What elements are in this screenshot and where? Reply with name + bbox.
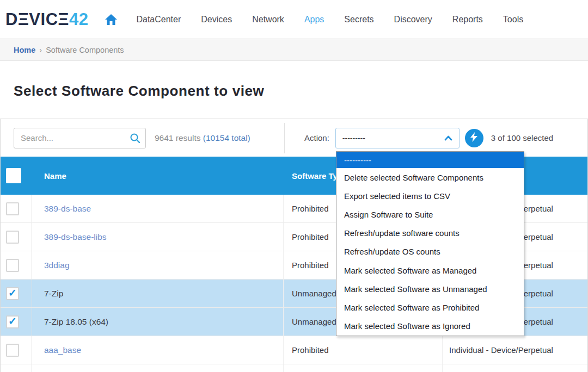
software-name-link[interactable]: 389-ds-base [44,204,91,214]
nav-item-devices[interactable]: Devices [201,15,232,24]
row-checkbox[interactable] [6,344,19,357]
menu-item-mark-managed[interactable]: Mark selected Software as Managed [336,261,524,280]
chevron-up-icon [444,133,452,143]
lightning-bolt-icon [470,132,477,144]
menu-item-refresh-software-counts[interactable]: Refresh/update software counts [336,224,524,243]
software-name-link[interactable]: 7-Zip [44,289,63,299]
selection-status: 3 of 100 selected [491,133,553,142]
action-dropdown-menu: ---------- Delete selected Software Comp… [336,151,524,336]
row-checkbox[interactable] [6,202,19,215]
menu-item-refresh-os-counts[interactable]: Refresh/update OS counts [336,243,524,261]
software-type-value: Unmanaged [292,317,336,326]
menu-item-export-csv[interactable]: Export selected items to CSV [336,187,524,205]
search-icon[interactable] [130,133,140,146]
license-value: Individual - Device/Perpetual [449,345,553,355]
results-text: 9641 results [155,133,203,142]
row-checkbox-checked[interactable]: ✓ [6,287,19,300]
search-input[interactable] [14,128,146,148]
results-total-text: (10154 total) [203,133,250,142]
nav-item-network[interactable]: Network [252,15,284,24]
column-header-name[interactable]: Name [32,171,284,181]
checkmark-icon: ✓ [8,316,17,326]
home-icon[interactable] [105,14,118,26]
software-name-link[interactable]: 389-ds-base-libs [44,232,107,242]
menu-item-mark-prohibited[interactable]: Mark selected Software as Prohibited [336,298,524,317]
page-title: Select Software Component to view [14,83,588,100]
app-window: DΞVICΞ42 DataCenter Devices Network Apps… [0,0,588,372]
menu-item-mark-ignored[interactable]: Mark selected Software as Ignored [336,317,524,336]
action-selected-value: --------- [342,134,444,142]
top-nav: DΞVICΞ42 DataCenter Devices Network Apps… [0,0,588,39]
row-checkbox-checked[interactable]: ✓ [6,315,19,328]
nav-item-datacenter[interactable]: DataCenter [136,15,181,24]
software-name-link[interactable]: aaa_base [44,345,81,355]
search-box [14,128,146,148]
software-name-link[interactable]: 7-Zip 18.05 (x64) [44,317,108,327]
checkmark-icon: ✓ [8,288,17,298]
select-all-checkbox[interactable] [6,168,21,183]
nav-item-apps[interactable]: Apps [304,15,324,24]
software-type-value: Unmanaged [292,289,336,298]
breadcrumb-home-link[interactable]: Home [14,46,35,54]
software-name-link[interactable]: 3ddiag [44,261,70,270]
breadcrumb-separator: › [39,46,42,54]
action-label: Action: [304,133,329,142]
software-type-value: Prohibited [292,204,329,213]
menu-item-delete-selected[interactable]: Delete selected Software Components [336,168,524,187]
software-type-value: Prohibited [292,232,329,241]
nav-item-discovery[interactable]: Discovery [394,15,432,24]
header-checkbox-cell [1,168,32,183]
menu-item-none[interactable]: ---------- [336,152,524,168]
logo-text-accent: 42 [69,10,88,29]
action-dropdown-select[interactable]: --------- [335,128,460,148]
menu-item-mark-unmanaged[interactable]: Mark selected Software as Unmanaged [336,280,524,298]
nav-items: DataCenter Devices Network Apps Secrets … [136,15,523,24]
row-checkbox[interactable] [6,231,19,244]
software-type-value: Prohibited [292,345,329,355]
device42-logo[interactable]: DΞVICΞ42 [5,10,88,29]
menu-item-assign-to-suite[interactable]: Assign Software to Suite [336,205,524,224]
nav-item-secrets[interactable]: Secrets [344,15,373,24]
software-type-value: Prohibited [292,261,329,270]
toolbar-divider [284,123,285,153]
nav-item-reports[interactable]: Reports [452,15,483,24]
results-count: 9641 results (10154 total) [155,133,284,143]
logo-text-dark: DΞVICΞ [5,10,69,29]
row-checkbox[interactable] [6,259,19,272]
apply-action-button[interactable] [465,129,483,147]
nav-item-tools[interactable]: Tools [503,15,523,24]
breadcrumb: Home › Software Components [0,39,588,61]
table-row-partial [1,364,587,372]
breadcrumb-current: Software Components [46,46,124,54]
table-row: aaa_base Prohibited Individual - Device/… [1,336,587,364]
